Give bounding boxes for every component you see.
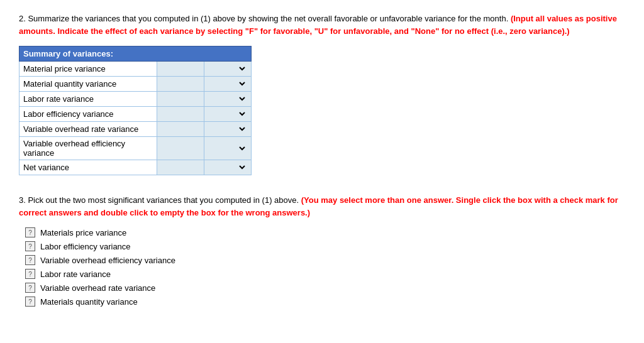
checkbox-list: ?Materials price variance?Labor efficien… bbox=[25, 227, 625, 307]
amount-input-2[interactable] bbox=[161, 94, 200, 104]
table-row-effect-2[interactable]: FUNone bbox=[204, 92, 252, 107]
checkbox-label-0: Materials price variance bbox=[40, 228, 126, 237]
table-row-label-0: Material price variance bbox=[19, 62, 157, 77]
checkbox-icon-2[interactable]: ? bbox=[25, 255, 35, 265]
list-item: ?Labor rate variance bbox=[25, 269, 625, 279]
table-row-amount-5[interactable] bbox=[157, 137, 204, 160]
table-row-label-4: Variable overhead rate variance bbox=[19, 122, 157, 137]
amount-input-6[interactable] bbox=[161, 163, 200, 172]
checkbox-label-5: Materials quantity variance bbox=[40, 297, 138, 307]
section-3-instruction: 3. Pick out the two most significant var… bbox=[19, 194, 625, 219]
table-row-label-1: Material quantity variance bbox=[19, 77, 157, 92]
table-row-amount-1[interactable] bbox=[157, 77, 204, 92]
section-3: 3. Pick out the two most significant var… bbox=[19, 194, 625, 307]
effect-select-3[interactable]: FUNone bbox=[208, 109, 247, 119]
section-3-plain: 3. Pick out the two most significant var… bbox=[19, 195, 301, 205]
table-row-amount-6[interactable] bbox=[157, 160, 204, 175]
amount-input-1[interactable] bbox=[161, 79, 200, 89]
checkbox-label-1: Labor efficiency variance bbox=[40, 242, 131, 251]
table-row-amount-0[interactable] bbox=[157, 62, 204, 77]
table-header: Summary of variances: bbox=[19, 46, 252, 62]
list-item: ?Materials quantity variance bbox=[25, 297, 625, 307]
table-row-effect-5[interactable]: FUNone bbox=[204, 137, 252, 160]
checkbox-label-3: Labor rate variance bbox=[40, 270, 111, 279]
checkbox-icon-3[interactable]: ? bbox=[25, 269, 35, 279]
section-2-instruction: 2. Summarize the variances that you comp… bbox=[19, 13, 625, 37]
table-row-effect-3[interactable]: FUNone bbox=[204, 107, 252, 122]
table-row-effect-6[interactable]: FUNone bbox=[204, 160, 252, 175]
table-row-amount-3[interactable] bbox=[157, 107, 204, 122]
effect-select-6[interactable]: FUNone bbox=[208, 162, 247, 173]
table-row-label-2: Labor rate variance bbox=[19, 92, 157, 107]
checkbox-icon-4[interactable]: ? bbox=[25, 283, 35, 293]
table-row-effect-1[interactable]: FUNone bbox=[204, 77, 252, 92]
effect-select-4[interactable]: FUNone bbox=[208, 124, 247, 134]
checkbox-label-2: Variable overhead efficiency variance bbox=[40, 256, 175, 265]
table-row-label-6: Net variance bbox=[19, 160, 157, 175]
table-row-amount-4[interactable] bbox=[157, 122, 204, 137]
effect-select-0[interactable]: FUNone bbox=[208, 63, 247, 74]
amount-input-4[interactable] bbox=[161, 124, 200, 134]
amount-input-5[interactable] bbox=[161, 144, 200, 153]
checkbox-icon-0[interactable]: ? bbox=[25, 227, 35, 237]
instruction-plain: 2. Summarize the variances that you comp… bbox=[19, 14, 511, 23]
list-item: ?Materials price variance bbox=[25, 227, 625, 237]
amount-input-0[interactable] bbox=[161, 64, 200, 74]
table-row-amount-2[interactable] bbox=[157, 92, 204, 107]
section-2: 2. Summarize the variances that you comp… bbox=[19, 13, 625, 175]
table-row-effect-4[interactable]: FUNone bbox=[204, 122, 252, 137]
variance-table-container: Summary of variances: Material price var… bbox=[19, 46, 625, 175]
variance-table: Summary of variances: Material price var… bbox=[19, 46, 252, 175]
checkbox-icon-5[interactable]: ? bbox=[25, 297, 35, 307]
list-item: ?Variable overhead efficiency variance bbox=[25, 255, 625, 265]
checkbox-label-4: Variable overhead rate variance bbox=[40, 283, 155, 293]
table-row-effect-0[interactable]: FUNone bbox=[204, 62, 252, 77]
effect-select-5[interactable]: FUNone bbox=[208, 143, 247, 154]
table-row-label-5: Variable overhead efficiency variance bbox=[19, 137, 157, 160]
list-item: ?Variable overhead rate variance bbox=[25, 283, 625, 293]
table-row-label-3: Labor efficiency variance bbox=[19, 107, 157, 122]
effect-select-2[interactable]: FUNone bbox=[208, 94, 247, 104]
effect-select-1[interactable]: FUNone bbox=[208, 79, 247, 89]
checkbox-icon-1[interactable]: ? bbox=[25, 241, 35, 251]
list-item: ?Labor efficiency variance bbox=[25, 241, 625, 251]
amount-input-3[interactable] bbox=[161, 109, 200, 119]
